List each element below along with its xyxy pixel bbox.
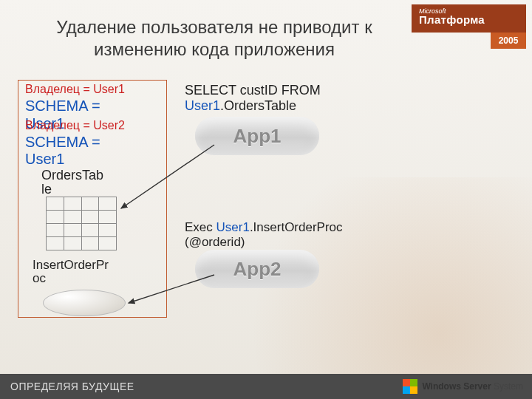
table-icon [46,197,117,248]
table-name: OrdersTable [41,168,103,197]
query1-user: User1 [185,98,220,113]
owner2-value: User2 [93,119,125,132]
footer-tagline: ОПРЕДЕЛЯЯ БУДУЩЕЕ [10,381,134,392]
schema-label-1: SCHEMA = [25,98,100,114]
owner1-value: User1 [93,83,125,95]
owner2-line: Владелец = User2 [25,119,125,132]
owner1-label: Владелец = [25,83,93,95]
app2-pill: App2 [195,250,319,288]
query1-suffix: .OrdersTable [220,98,296,113]
query2-user: User1 [216,220,250,234]
app1-label: App1 [233,125,282,147]
query2-text: Exec User1.InsertOrderProc(@orderid) [185,220,343,250]
schema2-line: SCHEMA = User1 [25,134,100,168]
schema-label-2: SCHEMA = [25,134,100,150]
query2-prefix: Exec [185,220,216,234]
proc-label: InsertOrderProc [33,259,109,285]
slide: Удаление пользователя не приводит к изме… [0,0,532,399]
orders-table-label: OrdersTable [41,168,103,197]
proc-icon [43,290,126,316]
microsoft-flag-icon [403,379,417,394]
logo-big-text: Платформа [419,13,485,26]
query1-prefix: SELECT custID FROM [185,83,321,98]
schema2-value: User1 [25,151,64,167]
owner1-line: Владелец = User1 [25,83,125,96]
brand-text: Windows Server System [422,381,523,392]
app2-label: App2 [233,258,282,280]
event-logo: Microsoft Платформа 2005 [412,4,526,50]
background-map-wash [222,177,532,399]
windows-server-logo: Windows Server System [403,376,523,397]
logo-year: 2005 [491,33,526,49]
logo-bar: Microsoft Платформа [412,4,526,33]
owner2-label: Владелец = [25,119,93,132]
slide-title: Удаление пользователя не приводит к изме… [22,16,406,61]
app1-pill: App1 [195,117,319,155]
schema1-line: SCHEMA = [25,98,100,115]
query1-text: SELECT custID FROM User1.OrdersTable [185,83,321,114]
